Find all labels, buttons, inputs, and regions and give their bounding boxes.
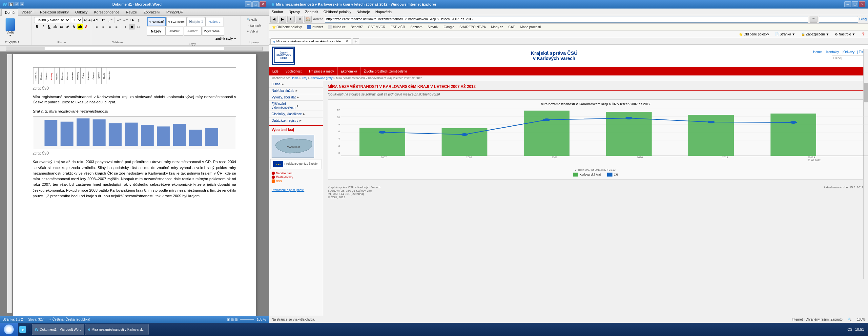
fav-mapy[interactable]: Mapy.cz — [490, 25, 505, 30]
tab-revize[interactable]: Revize — [123, 8, 141, 16]
go-button[interactable]: → — [810, 16, 817, 23]
nav-spolecnost[interactable]: Společnost — [282, 67, 305, 75]
style-no-space[interactable]: ¶ Bez mezer — [166, 17, 187, 26]
menu-zobrazit[interactable]: Zobrazit — [305, 10, 318, 14]
csu-search-input[interactable] — [832, 55, 865, 61]
cz-map[interactable]: www.czso.cz — [272, 135, 314, 158]
menu-oblibene[interactable]: Oblíbené položky — [323, 10, 351, 14]
link-home[interactable]: Home — [813, 50, 822, 54]
nav-ekonomika[interactable]: Ekonomika — [338, 67, 361, 75]
rss-link[interactable]: RSS — [272, 180, 320, 183]
fav-esf-cr[interactable]: ESF v ČR — [389, 25, 407, 30]
paste-button[interactable]: Vložit ▼ — [3, 17, 17, 38]
ie-close-button[interactable]: ✕ — [859, 1, 865, 7]
bold-button[interactable]: B — [34, 24, 40, 30]
tab-zobrazeni[interactable]: Zobrazení — [140, 8, 163, 16]
napiste-nam-link[interactable]: Napište nám — [272, 172, 320, 175]
tab-vlozeni[interactable]: Vložení — [18, 8, 37, 16]
style-heading2[interactable]: Nadpis 2 — [205, 17, 223, 26]
fav-slovnik[interactable]: Slovník — [426, 25, 440, 30]
line-spacing-button[interactable]: ↕ — [122, 24, 128, 30]
link-kontakty[interactable]: | Kontakty — [825, 50, 839, 54]
menu-soubor[interactable]: Soubor — [272, 10, 283, 14]
fav-mapa-procesu[interactable]: Mapa procesů — [519, 25, 542, 30]
numbering-button[interactable]: 1≡ — [100, 17, 106, 23]
breadcrumb-grafy[interactable]: Animované grafy — [310, 77, 333, 80]
increase-indent-button[interactable]: →≡ — [122, 17, 128, 23]
borders-button[interactable]: □ — [135, 24, 142, 30]
underline-button[interactable]: U — [46, 24, 52, 30]
sidebar-zjistovani[interactable]: Zjišťovánív domácnostech ▶ — [269, 101, 323, 111]
bar-kk-2008[interactable] — [441, 128, 487, 156]
fav-intranet[interactable]: Intranet — [305, 25, 324, 30]
select-button[interactable]: ↖Vybrat — [245, 29, 263, 34]
ie-active-tab[interactable]: e Míra nezaměstnanosti v Karlovarském kr… — [270, 38, 351, 44]
change-styles-button[interactable]: Změnit styly ▼ — [214, 36, 238, 42]
accessibility-link[interactable]: Prohlášení o přístupnosti — [269, 187, 323, 193]
menu-nastroje[interactable]: Nástroje — [356, 10, 370, 14]
superscript-button[interactable]: x² — [65, 24, 70, 30]
align-left-button[interactable]: ≡ — [94, 24, 100, 30]
tab-odkazy[interactable]: Odkazy — [72, 8, 91, 16]
bullets-button[interactable]: ≡ — [94, 17, 100, 23]
fav-sharepoint[interactable]: SHAREPOINT-PA — [458, 25, 488, 30]
sort-button[interactable]: ↕A — [129, 17, 135, 23]
fav-google[interactable]: Google — [442, 25, 456, 30]
ie-address-input[interactable] — [325, 16, 808, 23]
ie-oblibene-button[interactable]: ⭐ Oblíbené položky — [737, 31, 771, 37]
link-odkazy[interactable]: | Odkazy — [842, 50, 855, 54]
sidebar-vykazy[interactable]: Výkazy, sběr dat ▶ — [269, 94, 323, 101]
fav-osf-mvcr[interactable]: OSF MVCR — [366, 25, 387, 30]
replace-button[interactable]: ↔Nahradit — [245, 23, 263, 28]
refresh-button[interactable]: ↻ — [287, 16, 294, 23]
zoom-slider[interactable]: ────── — [240, 317, 254, 321]
multilevel-list-button[interactable]: ⋮≡ — [107, 17, 113, 23]
caste-dotazy-link[interactable]: Časté dotazy — [272, 176, 320, 179]
ie-nastroje-button[interactable]: ⚙ Nástroje ▼ — [833, 31, 857, 37]
style-title[interactable]: Název — [147, 27, 165, 36]
ie-help-button[interactable]: ❓ — [860, 31, 867, 37]
sidebar-nabidka[interactable]: Nabídka služeb ▶ — [269, 88, 323, 94]
fav-oblibene-polozky[interactable]: ⭐ Oblíbené položky — [270, 25, 304, 30]
cut-button[interactable]: ✂Vyjmout — [3, 39, 29, 44]
subscript-button[interactable]: x₂ — [59, 24, 64, 30]
view-buttons[interactable]: ▣ ▤ ▥ — [227, 317, 238, 321]
ie-zabezpeceni-button[interactable]: 🔒 Zabezpečení ▼ — [800, 31, 831, 37]
style-normal[interactable]: ¶ Normální — [147, 17, 166, 26]
font-select[interactable]: Calibri (Základní text) — [34, 17, 70, 23]
word-maximize-button[interactable]: □ — [252, 1, 259, 7]
forward-button[interactable]: ▶ — [279, 16, 286, 23]
nav-zivotni-prostredi[interactable]: Životní prostředí, zemědělství — [361, 67, 410, 75]
back-button[interactable]: ◀ — [270, 16, 278, 23]
home-button[interactable]: 🏠 — [304, 16, 312, 23]
word-minimize-button[interactable]: ─ — [245, 1, 252, 7]
style-more[interactable]: Zvýrazněné... — [202, 27, 224, 36]
find-button[interactable]: 🔍Najít — [245, 17, 263, 22]
ie-minimize-button[interactable]: ─ — [844, 1, 851, 7]
decrease-indent-button[interactable]: ←≡ — [116, 17, 122, 23]
word-window-controls[interactable]: ─ □ ✕ — [245, 1, 266, 7]
italic-button[interactable]: I — [40, 24, 46, 30]
bar-kk-2012[interactable] — [771, 114, 816, 156]
fav-benefit7[interactable]: Benefit7 — [349, 25, 365, 30]
stop-button[interactable]: ✕ — [296, 16, 303, 23]
word-close-button[interactable]: ✕ — [259, 1, 266, 7]
style-heading1[interactable]: Nadpis 1 — [187, 17, 205, 26]
menu-napoveda[interactable]: Nápověda — [375, 10, 392, 14]
show-formatting-button[interactable]: ¶ — [135, 17, 142, 23]
ie-restore-button[interactable]: ❐ — [851, 1, 858, 7]
taskbar-ie-item[interactable]: e Míra nezaměstnanosti v Karlovarsk... — [85, 324, 148, 335]
tab-print2pdf[interactable]: Print2PDF — [163, 8, 186, 16]
ie-window-controls[interactable]: ─ ❐ ✕ — [844, 1, 865, 7]
word-scrollbar[interactable] — [863, 49, 868, 279]
style-subtitle[interactable]: Podtitul — [165, 27, 183, 36]
ie-quick-launch[interactable]: e — [19, 326, 26, 333]
scrollbar-thumb[interactable] — [864, 83, 868, 102]
bar-kk-2009[interactable] — [524, 111, 569, 156]
fav-ined[interactable]: #iNed.cz — [327, 25, 347, 30]
sidebar-o-nas[interactable]: O nás ▶ — [269, 81, 323, 88]
text-effects-button[interactable]: A — [71, 24, 77, 30]
taskbar-word-item[interactable]: W Dokument1 - Microsoft Word — [32, 324, 84, 335]
ie-stranka-button[interactable]: 📄 Stránka ▼ — [773, 31, 797, 37]
new-tab-button[interactable]: + — [353, 38, 359, 44]
